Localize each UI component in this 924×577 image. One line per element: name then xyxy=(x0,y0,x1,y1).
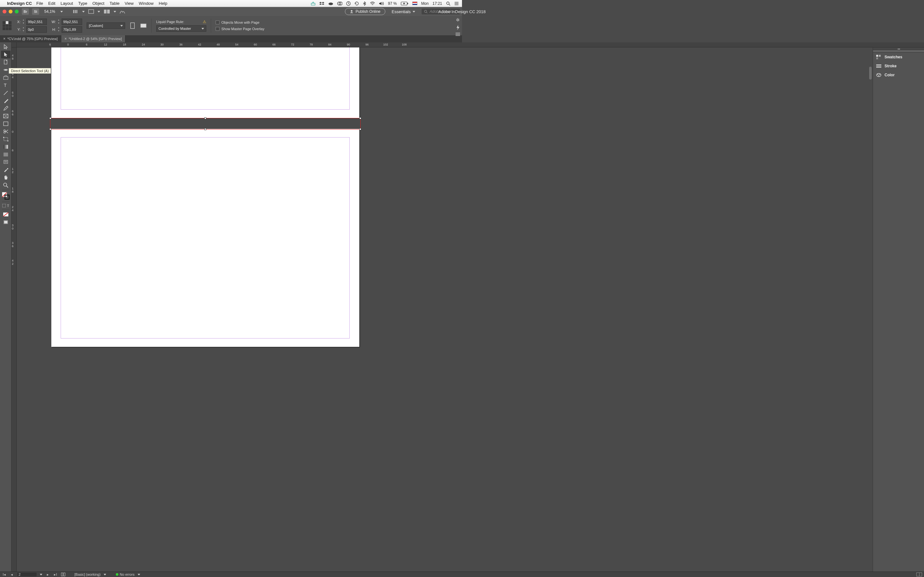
hand-tool[interactable] xyxy=(1,174,11,181)
apply-container-icon[interactable] xyxy=(2,204,6,208)
workspace-switcher[interactable]: Essentials xyxy=(389,9,418,14)
objects-move-checkbox[interactable]: Objects Move with Page xyxy=(216,21,264,24)
type-tool[interactable]: T xyxy=(1,81,11,89)
gpu-perf-icon[interactable] xyxy=(120,9,125,14)
stroke-swatch[interactable] xyxy=(5,195,10,200)
scissors-tool[interactable] xyxy=(1,127,11,135)
close-tab-icon[interactable]: × xyxy=(65,37,67,41)
menu-object[interactable]: Object xyxy=(92,1,105,6)
view-mode-toggle[interactable] xyxy=(1,218,11,226)
x-field[interactable]: 99p2,551 xyxy=(26,19,47,25)
bridge-button[interactable]: Br xyxy=(22,8,29,15)
bluetooth-icon[interactable] xyxy=(363,1,366,6)
orientation-landscape-icon[interactable] xyxy=(140,23,147,29)
volume-icon[interactable] xyxy=(379,2,384,5)
direct-selection-tool[interactable] xyxy=(1,51,11,58)
document-canvas[interactable] xyxy=(17,47,462,288)
menu-edit[interactable]: Edit xyxy=(48,1,55,6)
chevron-down-icon[interactable] xyxy=(82,11,85,13)
window-close-button[interactable] xyxy=(3,10,6,13)
zoom-level-field[interactable]: 54,1% xyxy=(42,9,57,14)
spotlight-icon[interactable] xyxy=(446,1,451,6)
menu-table[interactable]: Table xyxy=(110,1,120,6)
page-size-preset-dropdown[interactable]: [Custom] xyxy=(87,23,125,29)
window-zoom-button[interactable] xyxy=(15,10,19,13)
stock-button[interactable]: St xyxy=(32,8,39,15)
menu-help[interactable]: Help xyxy=(159,1,168,6)
apply-text-icon[interactable]: T xyxy=(7,204,9,208)
document-tab[interactable]: × *Untitled-2 @ 54% [GPU Preview] xyxy=(61,35,126,42)
pen-tool[interactable] xyxy=(1,97,11,105)
master-overlay-checkbox[interactable]: Show Master Page Overlay xyxy=(216,27,264,31)
menubar-extra-icon[interactable] xyxy=(311,2,315,5)
w-stepper[interactable]: ▲▼ xyxy=(57,19,60,25)
menubar-clock-icon[interactable] xyxy=(346,1,351,6)
selection-handle[interactable] xyxy=(49,117,51,119)
eyedropper-tool[interactable] xyxy=(1,166,11,174)
screen-mode-icon[interactable] xyxy=(88,9,94,14)
x-stepper[interactable]: ▲▼ xyxy=(22,19,25,25)
liquid-page-rule-dropdown[interactable]: Controlled by Master xyxy=(156,25,206,32)
gradient-feather-tool[interactable] xyxy=(1,151,11,158)
reference-point-grid[interactable] xyxy=(3,21,11,30)
content-collector-tool[interactable] xyxy=(1,74,11,81)
default-fill-stroke-icon[interactable] xyxy=(1,211,11,218)
document-tab[interactable]: × *CV.indd @ 75% [GPU Preview] xyxy=(0,35,61,42)
menu-file[interactable]: File xyxy=(36,1,43,6)
w-field[interactable]: 99p2,551 xyxy=(61,19,82,25)
selection-handle[interactable] xyxy=(204,117,206,119)
tool-tooltip: Direct Selection Tool (A) xyxy=(9,68,51,74)
selection-handle[interactable] xyxy=(204,128,206,130)
dropbox-icon[interactable] xyxy=(319,1,325,6)
menu-type[interactable]: Type xyxy=(78,1,87,6)
publish-online-button[interactable]: Publish Online xyxy=(345,8,385,15)
view-options-icon[interactable] xyxy=(73,9,79,14)
selection-bounding-box[interactable] xyxy=(50,118,360,129)
wifi-icon[interactable] xyxy=(370,2,375,5)
chevron-down-icon[interactable] xyxy=(97,11,100,13)
menu-window[interactable]: Window xyxy=(139,1,153,6)
menubar-day[interactable]: Mon xyxy=(421,1,429,6)
window-minimize-button[interactable] xyxy=(9,10,13,13)
arrange-documents-icon[interactable] xyxy=(103,9,110,14)
chevron-down-icon[interactable] xyxy=(113,11,116,13)
h-field[interactable]: 70p1,89 xyxy=(61,26,82,33)
h-stepper[interactable]: ▲▼ xyxy=(57,26,60,33)
control-menu-icon[interactable] xyxy=(456,33,460,36)
line-tool[interactable] xyxy=(1,89,11,97)
input-flag-icon[interactable] xyxy=(412,2,417,5)
creative-cloud-icon[interactable] xyxy=(337,1,342,6)
orientation-portrait-icon[interactable] xyxy=(129,22,136,29)
rectangle-frame-tool[interactable] xyxy=(1,112,11,120)
page-tool[interactable] xyxy=(1,58,11,66)
battery-icon[interactable] xyxy=(401,2,409,5)
menubar-time[interactable]: 17:21 xyxy=(433,1,442,6)
menu-view[interactable]: View xyxy=(125,1,134,6)
menubar-sync-icon[interactable] xyxy=(355,1,359,6)
close-tab-icon[interactable]: × xyxy=(3,37,5,41)
app-name[interactable]: InDesign CC xyxy=(7,1,32,6)
quick-apply-icon[interactable] xyxy=(456,25,460,30)
selection-handle[interactable] xyxy=(49,128,51,130)
vertical-ruler[interactable]: 4854606606121824303642 xyxy=(11,47,17,288)
y-stepper[interactable]: ▲▼ xyxy=(22,26,25,33)
rectangle-tool[interactable] xyxy=(1,120,11,127)
ruler-tick: 54 xyxy=(235,43,238,46)
note-tool[interactable] xyxy=(1,158,11,166)
notification-center-icon[interactable] xyxy=(454,2,459,5)
pencil-tool[interactable] xyxy=(1,105,11,112)
menubar-cloud-icon[interactable] xyxy=(328,2,333,5)
ruler-origin[interactable] xyxy=(11,42,17,47)
free-transform-tool[interactable] xyxy=(1,135,11,143)
horizontal-ruler[interactable]: 606121824303642485460667278849096102108 xyxy=(17,42,462,47)
gradient-swatch-tool[interactable] xyxy=(1,143,11,151)
zoom-tool[interactable] xyxy=(1,181,11,189)
selection-handle[interactable] xyxy=(359,117,361,119)
menu-layout[interactable]: Layout xyxy=(61,1,73,6)
selection-tool[interactable] xyxy=(1,43,11,51)
fill-stroke-swap[interactable] xyxy=(2,192,10,200)
zoom-dropdown-icon[interactable] xyxy=(60,11,63,13)
y-field[interactable]: 0p0 xyxy=(26,26,47,33)
control-gear-icon[interactable]: ✲ xyxy=(456,17,460,23)
selection-handle[interactable] xyxy=(359,128,361,130)
